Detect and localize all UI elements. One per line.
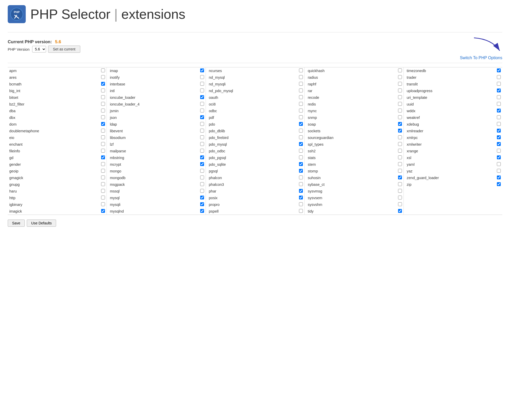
ext-checkbox[interactable]: [398, 129, 402, 133]
ext-checkbox[interactable]: [200, 122, 204, 126]
ext-checkbox[interactable]: [497, 68, 501, 72]
ext-checkbox[interactable]: [299, 135, 303, 139]
switch-to-php-options-link[interactable]: Switch To PHP Options: [460, 56, 502, 60]
ext-checkbox[interactable]: [497, 82, 501, 86]
ext-checkbox[interactable]: [398, 102, 402, 106]
ext-checkbox[interactable]: [299, 115, 303, 119]
ext-checkbox[interactable]: [101, 129, 105, 133]
ext-checkbox[interactable]: [200, 209, 204, 213]
save-button[interactable]: Save: [8, 220, 25, 227]
ext-checkbox[interactable]: [398, 176, 402, 179]
ext-checkbox[interactable]: [398, 209, 402, 213]
ext-checkbox[interactable]: [398, 182, 402, 186]
ext-checkbox[interactable]: [200, 149, 204, 153]
ext-checkbox[interactable]: [299, 182, 303, 186]
ext-checkbox[interactable]: [101, 122, 105, 126]
ext-checkbox[interactable]: [299, 102, 303, 106]
ext-checkbox[interactable]: [299, 129, 303, 133]
ext-checkbox[interactable]: [299, 82, 303, 86]
ext-checkbox[interactable]: [398, 109, 402, 112]
ext-checkbox[interactable]: [299, 75, 303, 79]
ext-checkbox[interactable]: [497, 155, 501, 159]
ext-checkbox[interactable]: [101, 189, 105, 193]
ext-checkbox[interactable]: [200, 75, 204, 79]
ext-checkbox[interactable]: [299, 209, 303, 213]
ext-checkbox[interactable]: [101, 95, 105, 99]
ext-checkbox[interactable]: [497, 89, 501, 92]
ext-checkbox[interactable]: [398, 122, 402, 126]
ext-checkbox[interactable]: [101, 89, 105, 92]
ext-checkbox[interactable]: [299, 176, 303, 179]
ext-checkbox[interactable]: [200, 102, 204, 106]
ext-checkbox[interactable]: [497, 95, 501, 99]
ext-checkbox[interactable]: [200, 68, 204, 72]
ext-checkbox[interactable]: [200, 182, 204, 186]
ext-checkbox[interactable]: [101, 182, 105, 186]
ext-checkbox[interactable]: [200, 129, 204, 133]
ext-checkbox[interactable]: [299, 169, 303, 173]
ext-checkbox[interactable]: [497, 75, 501, 79]
ext-checkbox[interactable]: [299, 109, 303, 112]
ext-checkbox[interactable]: [299, 89, 303, 92]
ext-checkbox[interactable]: [200, 155, 204, 159]
set-current-button[interactable]: Set as current: [48, 46, 80, 53]
ext-checkbox[interactable]: [101, 176, 105, 179]
ext-checkbox[interactable]: [299, 68, 303, 72]
ext-checkbox[interactable]: [398, 89, 402, 92]
ext-checkbox[interactable]: [497, 142, 501, 146]
ext-checkbox[interactable]: [299, 95, 303, 99]
ext-checkbox[interactable]: [497, 115, 501, 119]
ext-checkbox[interactable]: [101, 169, 105, 173]
php-version-select[interactable]: 5.6 5.5 5.4 7.0 7.1: [32, 46, 46, 52]
ext-checkbox[interactable]: [200, 89, 204, 92]
ext-checkbox[interactable]: [200, 189, 204, 193]
ext-checkbox[interactable]: [497, 149, 501, 153]
ext-checkbox[interactable]: [101, 115, 105, 119]
ext-checkbox[interactable]: [200, 169, 204, 173]
ext-checkbox[interactable]: [101, 82, 105, 86]
ext-checkbox[interactable]: [101, 196, 105, 199]
ext-checkbox[interactable]: [398, 149, 402, 153]
ext-checkbox[interactable]: [101, 162, 105, 166]
ext-checkbox[interactable]: [200, 95, 204, 99]
ext-checkbox[interactable]: [398, 135, 402, 139]
ext-checkbox[interactable]: [398, 196, 402, 199]
ext-checkbox[interactable]: [497, 135, 501, 139]
ext-checkbox[interactable]: [101, 149, 105, 153]
ext-checkbox[interactable]: [398, 162, 402, 166]
ext-checkbox[interactable]: [299, 196, 303, 199]
ext-checkbox[interactable]: [299, 122, 303, 126]
ext-checkbox[interactable]: [299, 202, 303, 206]
ext-checkbox[interactable]: [497, 109, 501, 112]
ext-checkbox[interactable]: [299, 142, 303, 146]
ext-checkbox[interactable]: [101, 102, 105, 106]
ext-checkbox[interactable]: [101, 142, 105, 146]
ext-checkbox[interactable]: [398, 75, 402, 79]
ext-checkbox[interactable]: [497, 182, 501, 186]
ext-checkbox[interactable]: [398, 169, 402, 173]
ext-checkbox[interactable]: [101, 209, 105, 213]
ext-checkbox[interactable]: [398, 142, 402, 146]
ext-checkbox[interactable]: [101, 68, 105, 72]
ext-checkbox[interactable]: [398, 68, 402, 72]
ext-checkbox[interactable]: [101, 135, 105, 139]
ext-checkbox[interactable]: [398, 155, 402, 159]
ext-checkbox[interactable]: [200, 82, 204, 86]
ext-checkbox[interactable]: [398, 189, 402, 193]
ext-checkbox[interactable]: [200, 176, 204, 179]
ext-checkbox[interactable]: [200, 135, 204, 139]
ext-checkbox[interactable]: [200, 142, 204, 146]
ext-checkbox[interactable]: [101, 109, 105, 112]
ext-checkbox[interactable]: [200, 109, 204, 112]
ext-checkbox[interactable]: [497, 162, 501, 166]
ext-checkbox[interactable]: [299, 155, 303, 159]
ext-checkbox[interactable]: [497, 169, 501, 173]
ext-checkbox[interactable]: [299, 149, 303, 153]
ext-checkbox[interactable]: [398, 202, 402, 206]
ext-checkbox[interactable]: [299, 162, 303, 166]
ext-checkbox[interactable]: [200, 196, 204, 199]
ext-checkbox[interactable]: [101, 202, 105, 206]
ext-checkbox[interactable]: [497, 122, 501, 126]
ext-checkbox[interactable]: [398, 82, 402, 86]
use-defaults-button[interactable]: Use Defaults: [27, 220, 56, 227]
